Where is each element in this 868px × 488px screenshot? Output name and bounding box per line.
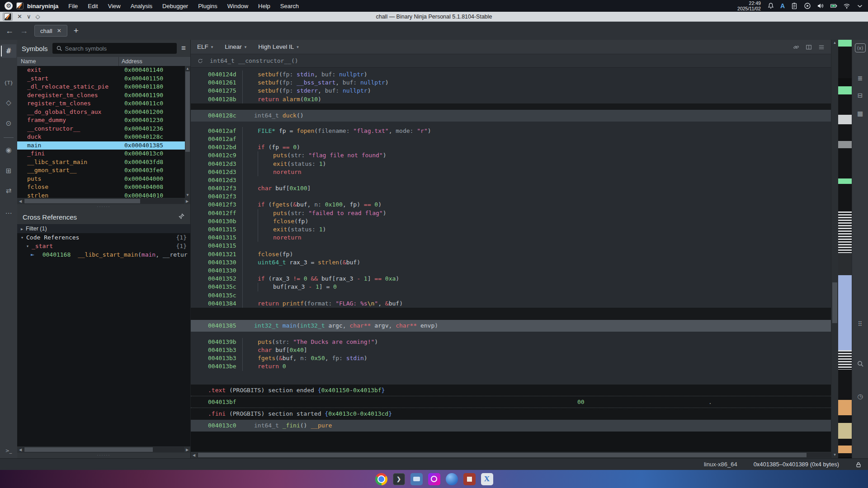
collapse-arrow-icon[interactable]: ▾ [21, 233, 26, 242]
window-close-icon[interactable]: ✕ [17, 13, 22, 21]
mini-graph-icon[interactable]: ⊞ [1, 164, 16, 178]
symbol-row-deregister_tm_clones[interactable]: deregister_tm_clones0x000401190 [17, 91, 190, 100]
symbols-hscrollbar[interactable]: ◀ ▶ [17, 198, 190, 204]
code-line[interactable]: 004013bereturn 0 [191, 362, 831, 371]
menu-debugger[interactable]: Debugger [162, 3, 188, 9]
code-line[interactable]: 0040128breturn alarm(0x10) [191, 95, 831, 103]
xrefs-filter-row[interactable]: ▸ Filter (1) [17, 224, 190, 233]
code-line[interactable]: 004012bdif (fp == 0) [191, 143, 831, 151]
code-line[interactable]: 004012f3char buf[0x100] [191, 184, 831, 192]
types-icon[interactable]: {T} [1, 76, 16, 89]
code-line[interactable]: 004012d3 [191, 176, 831, 184]
symbol-row-__gmon_start__[interactable]: __gmon_start__0x000403fe0 [17, 166, 190, 175]
symbol-row-fclose[interactable]: fclose0x000404008 [17, 183, 190, 192]
view-type-dropdown[interactable]: Linear▾ [225, 43, 246, 50]
code-line[interactable]: 00401321fclose(fp) [191, 250, 831, 258]
collapse-arrow-icon[interactable]: ▾ [26, 242, 32, 250]
code-line[interactable]: 00401315 [191, 242, 831, 250]
taskbar-web-browser-icon[interactable] [446, 473, 458, 485]
tags-icon[interactable]: ◇ [1, 96, 16, 109]
scroll-down-icon[interactable]: ▼ [185, 192, 190, 198]
launcher-icon[interactable]: ⚙ [5, 2, 13, 10]
function-header-line[interactable]: 00401385int32_t main(int32_t argc, char*… [191, 320, 831, 332]
link-icon[interactable] [793, 44, 799, 50]
symbol-row-duck[interactable]: duck0x00040128c [17, 133, 190, 141]
scroll-thumb[interactable] [832, 282, 837, 323]
menu-analysis[interactable]: Analysis [131, 3, 152, 9]
xrefs-function-row[interactable]: ▾ _start {1} [17, 242, 190, 250]
menu-plugins[interactable]: Plugins [198, 3, 217, 9]
code-line[interactable]: 004012af [191, 135, 831, 143]
volume-icon[interactable] [816, 2, 824, 10]
function-header-line[interactable]: 004013c0int64_t _fini() __pure [191, 420, 831, 432]
symbol-row-frame_dummy[interactable]: frame_dummy0x000401230 [17, 116, 190, 125]
debugger-icon[interactable]: ⊙ [1, 117, 16, 130]
clock[interactable]: 22:49 2025/11/02 [737, 0, 761, 11]
menu-edit[interactable]: Edit [88, 3, 98, 9]
scroll-left-icon[interactable]: ◀ [17, 199, 24, 203]
code-line[interactable]: 00401315noreturn [191, 234, 831, 242]
code-line[interactable]: 004012d3exit(status: 1) [191, 160, 831, 168]
code-line[interactable]: 0040130bfclose(fp) [191, 217, 831, 225]
symbols-column-header[interactable]: Name Address [17, 57, 190, 66]
taskbar-xterm-icon[interactable]: X [481, 473, 493, 485]
xref-entry[interactable]: ⇤ 00401168 __libc_start_main(main, __ret… [17, 250, 190, 259]
scroll-up-icon[interactable]: ▲ [185, 66, 190, 71]
nav-forward-icon[interactable]: → [20, 26, 28, 36]
symbols-list[interactable]: exit0x000401140_start0x000401150_dl_relo… [17, 66, 190, 198]
format-dropdown[interactable]: ELF▾ [197, 43, 213, 50]
memory-map-icon[interactable]: ◉ [1, 143, 16, 157]
scroll-down-icon[interactable]: ▼ [831, 452, 838, 458]
code-vscrollbar[interactable]: ▲ ▼ [831, 40, 838, 458]
tab-chall[interactable]: chall ✕ [34, 25, 67, 37]
sidebar-hscrollbar[interactable]: ◀ ▶ [17, 446, 190, 453]
code-line[interactable]: 0040124dsetbuf(fp: stdin, buf: nullptr) [191, 70, 831, 79]
menu-help[interactable]: Help [258, 3, 270, 9]
code-line[interactable]: 00401352if (rax_3 != 0 && buf[rax_3 - 1]… [191, 275, 831, 283]
code-line[interactable]: 00401261setbuf(fp: __bss_start, buf: nul… [191, 79, 831, 87]
code-line[interactable]: 004012d3noreturn [191, 168, 831, 176]
symbol-row-puts[interactable]: puts0x000404000 [17, 175, 190, 183]
byte-overview-icon[interactable]: ⠿ [854, 318, 867, 330]
components-icon[interactable]: ▦ [854, 108, 867, 119]
window-shade-icon[interactable]: ∨ [27, 13, 31, 21]
scroll-left-icon[interactable]: ◀ [17, 448, 24, 452]
code-line[interactable]: 004013b3char buf[0x40] [191, 346, 831, 354]
tab-close-icon[interactable]: ✕ [57, 28, 61, 34]
code-line[interactable]: 0040135cbuf[rax_3 - 1] = 0 [191, 283, 831, 291]
tab-add-button[interactable]: + [74, 26, 79, 36]
xrefs-group-row[interactable]: ▾ Code References {1} [17, 233, 190, 242]
menu-search[interactable]: Search [280, 3, 299, 9]
column-address[interactable]: Address [119, 57, 190, 66]
code-hscrollbar[interactable]: ◀ [191, 452, 831, 458]
section-line[interactable]: .text (PROGBITS) section ended {0x401150… [191, 385, 831, 396]
wifi-icon[interactable] [843, 2, 850, 10]
code-line[interactable]: 0040139bputs(str: "The Ducks are coming!… [191, 338, 831, 346]
panel-splitter[interactable]: ······ [17, 204, 190, 210]
nav-back-icon[interactable]: ← [5, 26, 14, 36]
symbol-row-main[interactable]: main0x000401385 [17, 141, 190, 150]
section-line[interactable]: .fini (PROGBITS) section started {0x4013… [191, 408, 831, 420]
symbol-row-strlen[interactable]: strlen0x000404010 [17, 192, 190, 198]
play-icon[interactable] [803, 2, 811, 10]
menu-view[interactable]: View [108, 3, 121, 9]
window-maximize-icon[interactable]: ◇ [35, 13, 40, 21]
window-app-icon[interactable] [3, 13, 13, 21]
code-line[interactable]: 004012afFILE* fp = fopen(filename: "flag… [191, 127, 831, 135]
taskbar-terminal-icon[interactable]: ❯ [393, 473, 405, 485]
taskbar-screenshot-icon[interactable] [428, 473, 440, 485]
hex-dump-line[interactable]: 004013bf00. [191, 396, 831, 408]
code-line[interactable]: 004012f3if (fgets(&buf, n: 0x100, fp) ==… [191, 201, 831, 209]
symbol-row-register_tm_clones[interactable]: register_tm_clones0x0004011c0 [17, 99, 190, 108]
function-header-line[interactable]: 0040128cint64_t duck() [191, 110, 831, 122]
symbols-menu-icon[interactable]: ≡ [181, 44, 186, 53]
terminal-icon[interactable]: >_ [1, 444, 16, 457]
taskbar-package-icon[interactable] [463, 473, 476, 485]
scroll-right-icon[interactable]: ▶ [184, 199, 190, 203]
panel-splitter[interactable]: ······ [17, 453, 190, 458]
more-icon[interactable]: ⋯ [1, 206, 16, 220]
lock-icon[interactable] [855, 461, 862, 468]
symbols-vscrollbar[interactable]: ▲▼ [185, 66, 190, 198]
context-line[interactable]: int64_t __constructor__() [191, 54, 831, 68]
chevron-icon[interactable] [856, 2, 863, 10]
